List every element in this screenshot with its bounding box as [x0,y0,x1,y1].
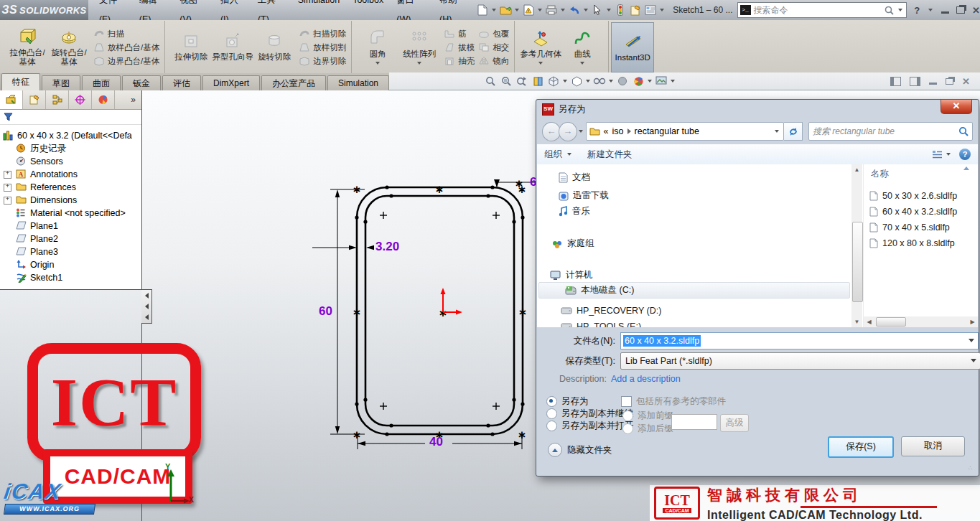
lofted-cut-item[interactable]: 放样切割 [299,42,346,53]
file-row[interactable]: 50 x 30 x 2.6.sldlfp [869,189,957,203]
curves-button[interactable]: 曲线 [561,29,603,66]
print-icon[interactable] [544,3,559,17]
forward-button[interactable]: → [559,122,577,141]
tree-item-history[interactable]: 历史记录 [0,142,141,155]
tab-dimxpert[interactable]: DimXpert [202,75,260,90]
option-save-copy-continue[interactable]: 另存为副本并继续 [546,408,633,420]
nav-item-homegroup[interactable]: 家庭组 [551,236,594,251]
view-orientation-caret[interactable] [563,80,567,83]
nav-item-local-disk-c[interactable]: 本地磁盘 (C:) [538,282,850,299]
nav-scrollbar[interactable]: ▲ ▼ [851,164,862,327]
display-style-caret[interactable] [586,80,590,83]
fillet-button[interactable]: 圆角 [357,29,398,66]
revolved-cut-button[interactable]: 旋转切除 [253,32,295,63]
radio-add-suffix[interactable] [622,423,633,434]
scroll-down-button[interactable]: ▼ [851,316,862,327]
scroll-right-button[interactable]: ▶ [967,319,978,325]
dialog-search-box[interactable]: 搜索 rectangular tube [808,122,973,141]
tab-surfaces[interactable]: 曲面 [82,75,121,90]
section-view-icon[interactable] [530,75,546,88]
file-list-hscrollbar[interactable]: ◀ ▶ [864,316,978,327]
option-save-as[interactable]: 另存为 [546,395,589,408]
dimxpertmanager-tab[interactable] [69,90,92,109]
refresh-button[interactable] [784,122,803,141]
filename-value[interactable]: 60 x 40 x 3.2.sldlfp [623,335,701,347]
tree-filter-bar[interactable] [0,110,141,125]
pane-right-icon[interactable] [910,77,920,86]
zoom-area-icon[interactable] [498,75,514,88]
recent-locations-caret[interactable] [579,130,583,133]
wrap-item[interactable]: 包覆 [478,29,509,39]
command-search-box[interactable]: >_ 搜索命令 [737,2,907,18]
lofted-boss-item[interactable]: 放样凸台/基体 [93,42,159,53]
tab-simulation[interactable]: Simulation [327,75,389,90]
include-references-option[interactable]: 包括所有参考的零部件 [621,395,726,408]
save-button[interactable]: 保存(S) [828,436,894,458]
radio-save-as[interactable] [546,396,557,407]
nav-item-documents[interactable]: 文档 [559,170,590,185]
open-icon[interactable] [498,3,513,17]
tree-item-references[interactable]: + References [0,181,141,194]
zoom-selected-icon[interactable] [514,75,530,88]
search-icon[interactable] [958,126,969,136]
scroll-thumb[interactable] [852,222,863,302]
doc-restore-button[interactable] [946,78,953,85]
add-suffix-option[interactable]: 添加后缀 [622,423,673,435]
zoom-fit-icon[interactable] [482,75,498,88]
breadcrumb-folder[interactable]: rectangular tube [635,126,699,136]
tree-item-material[interactable]: Material <not specified> [0,207,141,220]
mirror-item[interactable]: 镜向 [478,56,509,67]
tree-item-plane1[interactable]: Plane1 [0,220,141,233]
propertymanager-tab[interactable] [23,90,46,109]
cancel-button[interactable]: 取消 [901,436,965,456]
tree-item-sensors[interactable]: Sensors [0,155,141,168]
edit-appearance-caret[interactable] [648,80,652,83]
tree-item-dimensions[interactable]: + Dimensions [0,194,141,207]
shell-item[interactable]: 抽壳 [444,56,475,67]
help-icon[interactable]: ? [914,5,920,16]
dim-width[interactable]: 40 [429,435,443,449]
resize-grip[interactable]: ∴ [969,466,976,474]
tree-item-annotations[interactable]: + A Annotations [0,168,141,181]
tab-features[interactable]: 特征 [1,73,40,90]
expand-icon[interactable]: + [4,171,11,179]
extruded-cut-button[interactable]: 拉伸切除 [170,32,212,63]
back-button[interactable]: ← [542,122,561,141]
reference-geometry-button[interactable]: 参考几何体 [520,29,561,66]
select-cursor-icon[interactable] [590,3,605,17]
advanced-button[interactable]: 高级 [720,414,749,432]
add-description-link[interactable]: Add a description [611,374,681,384]
nav-item-downloads[interactable]: 迅雷下载 [559,188,609,203]
prefix-suffix-input[interactable] [671,414,717,430]
nav-item-hp-tools-e[interactable]: HP_TOOLS (E:) [561,319,641,327]
undo-icon[interactable] [567,3,582,17]
filename-input[interactable]: 60 x 40 x 3.2.sldlfp [620,332,979,349]
tree-item-sketch1[interactable]: Sketch1 [0,271,141,284]
option-save-copy-open[interactable]: 另存为副本并打开 [546,420,633,432]
doc-minimize-button[interactable] [929,83,937,85]
file-properties-icon[interactable] [628,3,643,17]
intersect-item[interactable]: 相交 [478,42,509,53]
save-type-caret[interactable] [971,359,976,362]
organize-button[interactable]: 组织 [537,149,580,161]
radio-save-copy-continue[interactable] [546,408,557,419]
rebuild-icon[interactable] [521,3,536,17]
boundary-boss-item[interactable]: 边界凸台/基体 [93,56,159,67]
extruded-boss-button[interactable]: 拉伸凸台/基体 [6,27,48,68]
new-document-icon[interactable] [475,3,490,17]
search-icon[interactable] [885,6,894,15]
expand-icon[interactable]: + [4,197,11,205]
hide-show-items-caret[interactable] [609,80,613,83]
hide-folders-button[interactable]: 隐藏文件夹 [548,443,612,457]
view-orientation-icon[interactable] [546,75,561,88]
dialog-title-bar[interactable]: SW 另存为 [536,100,979,119]
hscroll-thumb[interactable] [876,317,906,327]
breadcrumb-prefix[interactable]: « [604,126,609,136]
scroll-up-button[interactable]: ▲ [851,164,862,175]
rib-item[interactable]: 筋 [444,29,475,39]
curves-caret[interactable] [580,62,584,65]
swept-boss-item[interactable]: 扫描 [93,29,159,39]
nav-item-hp-recovery-d[interactable]: HP_RECOVERY (D:) [561,303,661,318]
edit-appearance-icon[interactable] [630,75,646,88]
panel-splitter[interactable] [141,289,152,324]
